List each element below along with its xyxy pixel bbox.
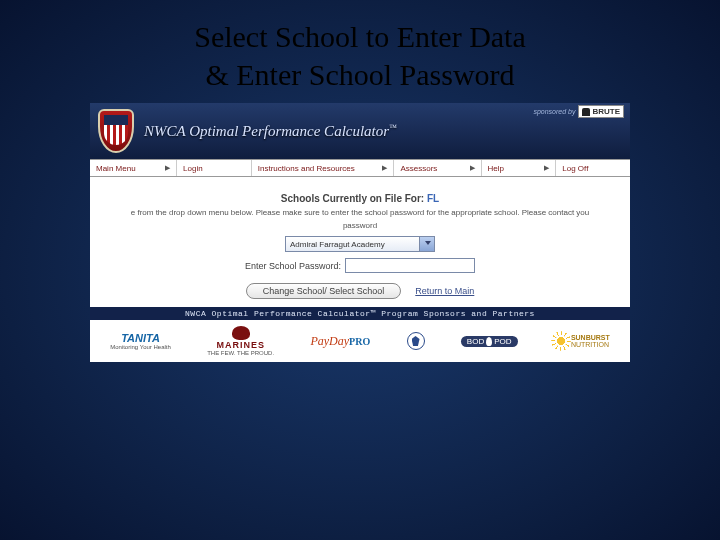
sponsor-crest [407,332,425,350]
sponsors-row: TANITA Monitoring Your Health MARINES TH… [90,320,630,362]
tanita-tagline: Monitoring Your Health [110,344,171,350]
sponsor-sunburst: SUNBURST NUTRITION [554,334,610,348]
crest-icon [407,332,425,350]
nav-label: Assessors [400,164,437,173]
nwca-shield-logo [98,109,134,153]
password-label: Enter School Password: [245,261,341,271]
trademark-symbol: ™ [389,123,397,132]
payday-logo: PayDayPRO [310,334,370,349]
nav-logoff[interactable]: Log Off [556,160,630,176]
chevron-right-icon: ▶ [382,164,387,172]
instruction-text: e from the drop down menu below. Please … [96,208,624,217]
nav-main-menu[interactable]: Main Menu ▶ [90,160,177,176]
app-screenshot: NWCA Optimal Performance Calculator™ spo… [90,103,630,362]
instruction-text-2: password [96,221,624,230]
school-select-dropdown[interactable]: Admiral Farragut Academy [285,236,435,252]
slide-title-line1: Select School to Enter Data [0,18,720,56]
sponsor-payday: PayDayPRO [310,334,370,349]
schools-on-file-heading: Schools Currently on File For: FL [96,193,624,204]
sunburst-logo: SUNBURST NUTRITION [554,334,610,348]
return-to-main-link[interactable]: Return to Main [415,286,474,296]
nav-login[interactable]: Login [177,160,252,176]
app-title: NWCA Optimal Performance Calculator™ [144,123,622,140]
action-row: Change School/ Select School Return to M… [96,283,624,299]
nav-assessors[interactable]: Assessors ▶ [394,160,481,176]
app-title-text: NWCA Optimal Performance Calculator [144,123,389,139]
app-header: NWCA Optimal Performance Calculator™ spo… [90,103,630,159]
sun-icon [554,334,568,348]
chevron-down-icon [425,241,431,245]
sponsor-marines: MARINES THE FEW. THE PROUD. [207,326,274,356]
nav-label: Log Off [562,164,588,173]
sponsored-label: sponsored by [533,108,575,115]
nav-label: Login [183,164,203,173]
sponsor-bodpod: BOD POD [461,336,518,347]
slide-title: Select School to Enter Data & Enter Scho… [0,0,720,103]
bodpod-logo: BOD POD [461,336,518,347]
slide-title-line2: & Enter School Password [0,56,720,94]
school-select-row: Admiral Farragut Academy [96,236,624,252]
marines-tagline: THE FEW. THE PROUD. [207,350,274,356]
marines-eagle-icon [232,326,250,340]
state-code: FL [427,193,439,204]
nav-instructions[interactable]: Instructions and Resources ▶ [252,160,395,176]
content-area: Schools Currently on File For: FL e from… [90,177,630,307]
chevron-right-icon: ▶ [544,164,549,172]
nav-label: Instructions and Resources [258,164,355,173]
sponsored-by: sponsored by BRUTE [533,105,624,118]
school-select-value: Admiral Farragut Academy [290,240,385,249]
nav-label: Main Menu [96,164,136,173]
marines-logo: MARINES [216,340,265,350]
nav-label: Help [488,164,504,173]
nav-help[interactable]: Help ▶ [482,160,557,176]
sponsor-bar: NWCA Optimal Performance Calculator™ Pro… [90,307,630,320]
change-school-button[interactable]: Change School/ Select School [246,283,402,299]
bodpod-egg-icon [486,337,492,346]
password-row: Enter School Password: [96,258,624,273]
school-password-input[interactable] [345,258,475,273]
tanita-logo: TANITA [121,332,160,344]
chevron-right-icon: ▶ [165,164,170,172]
brute-logo: BRUTE [578,105,624,118]
sponsor-tanita: TANITA Monitoring Your Health [110,332,171,350]
main-navbar: Main Menu ▶ Login Instructions and Resou… [90,159,630,177]
chevron-right-icon: ▶ [470,164,475,172]
